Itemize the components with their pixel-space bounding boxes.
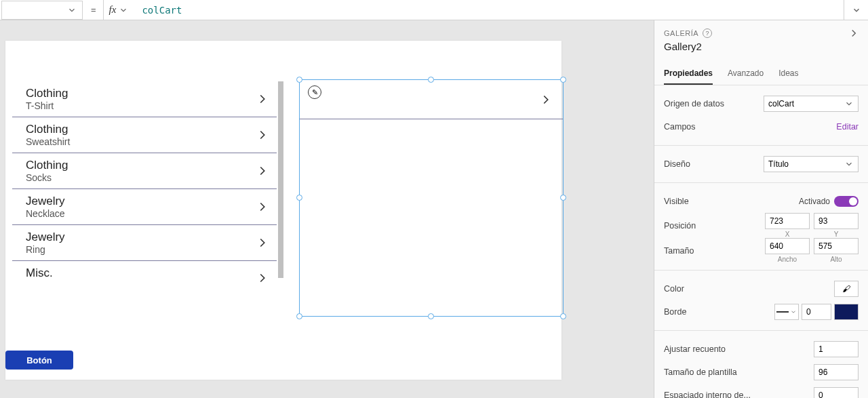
tab-advanced[interactable]: Avanzado — [728, 63, 764, 85]
list-item[interactable]: Jewelry Ring — [12, 225, 277, 261]
chevron-right-icon[interactable] — [255, 199, 270, 214]
position-x-input[interactable] — [765, 213, 810, 229]
chevron-right-icon[interactable] — [255, 92, 270, 106]
chevron-right-icon[interactable] — [538, 92, 553, 107]
resize-handle[interactable] — [560, 313, 566, 319]
padding-input[interactable] — [814, 387, 859, 398]
item-title: Misc. — [26, 266, 250, 280]
gallery-template-row[interactable]: ✎ — [300, 80, 563, 119]
paint-icon: 🖌 — [842, 284, 850, 294]
properties-panel: GALERÍA ? Gallery2 Propiedades Avanzado … — [654, 20, 868, 398]
resize-handle[interactable] — [428, 313, 434, 319]
item-title: Clothing — [26, 159, 250, 172]
gallery2-selected[interactable]: ✎ — [299, 79, 564, 317]
item-title: Jewelry — [26, 195, 250, 208]
tab-properties[interactable]: Propiedades — [664, 63, 713, 85]
item-subtitle: Ring — [26, 244, 250, 255]
y-sublabel: Y — [834, 231, 839, 238]
equals-sign: = — [84, 5, 103, 15]
chevron-right-icon[interactable] — [255, 127, 270, 142]
chevron-right-icon[interactable] — [255, 271, 270, 285]
list-item[interactable]: Misc. — [12, 261, 277, 285]
x-sublabel: X — [785, 231, 790, 238]
scrollbar[interactable] — [278, 81, 283, 278]
wrap-count-input[interactable] — [814, 341, 859, 357]
chevron-right-icon[interactable] — [255, 163, 270, 178]
fields-label: Campos — [664, 122, 696, 132]
chevron-down-icon — [844, 159, 854, 169]
control-type-label: GALERÍA ? — [664, 28, 859, 38]
position-label: Posición — [664, 221, 696, 231]
tab-ideas[interactable]: Ideas — [778, 63, 798, 85]
layout-label: Diseño — [664, 159, 690, 169]
item-title: Jewelry — [26, 231, 250, 244]
chevron-down-icon — [852, 5, 861, 15]
gallery1[interactable]: Clothing T-Shirt Clothing Sweatshirt Clo… — [12, 81, 277, 319]
panel-tabs: Propiedades Avanzado Ideas — [654, 63, 868, 85]
resize-handle[interactable] — [296, 195, 302, 201]
item-title: Clothing — [26, 87, 250, 100]
list-item[interactable]: Clothing Sweatshirt — [12, 117, 277, 153]
control-name[interactable]: Gallery2 — [664, 41, 859, 52]
template-size-label: Tamaño de plantilla — [664, 367, 737, 377]
resize-handle[interactable] — [560, 195, 566, 201]
item-subtitle: Sweatshirt — [26, 136, 250, 147]
color-picker[interactable]: 🖌 — [834, 281, 859, 297]
chevron-right-icon[interactable] — [848, 27, 860, 39]
item-title: Clothing — [26, 123, 250, 136]
chevron-down-icon — [790, 309, 797, 315]
size-height-input[interactable] — [814, 238, 859, 254]
list-item[interactable]: Clothing Socks — [12, 153, 277, 189]
color-label: Color — [664, 284, 684, 294]
height-sublabel: Alto — [830, 256, 842, 263]
fx-selector[interactable]: fx — [103, 0, 134, 20]
template-size-input[interactable] — [814, 364, 859, 380]
formula-input[interactable] — [134, 0, 844, 20]
chevron-down-icon — [119, 5, 128, 15]
size-width-input[interactable] — [765, 238, 810, 254]
item-subtitle: T-Shirt — [26, 100, 250, 111]
size-label: Tamaño — [664, 246, 694, 256]
datasource-label: Origen de datos — [664, 99, 724, 108]
chevron-down-icon — [67, 5, 77, 15]
app-canvas[interactable]: Clothing T-Shirt Clothing Sweatshirt Clo… — [5, 41, 561, 380]
visible-state: Activado — [799, 197, 830, 206]
formula-expand-button[interactable] — [844, 0, 868, 20]
padding-label: Espaciado interno de... — [664, 391, 751, 398]
item-subtitle: Necklace — [26, 208, 250, 219]
wrap-label: Ajustar recuento — [664, 344, 726, 354]
list-item[interactable]: Jewelry Necklace — [12, 189, 277, 225]
width-sublabel: Ancho — [778, 256, 797, 263]
fields-edit-link[interactable]: Editar — [836, 122, 859, 132]
chevron-down-icon — [844, 99, 854, 108]
item-subtitle: Socks — [26, 172, 250, 183]
fx-label: fx — [109, 4, 117, 16]
pencil-icon[interactable]: ✎ — [308, 85, 321, 99]
position-y-input[interactable] — [814, 213, 859, 229]
canvas-area: Clothing T-Shirt Clothing Sweatshirt Clo… — [0, 20, 654, 398]
border-style-select[interactable] — [774, 304, 799, 320]
layout-select[interactable]: Título — [764, 156, 859, 172]
list-item[interactable]: Clothing T-Shirt — [12, 81, 277, 117]
formula-bar: = fx — [0, 0, 868, 20]
visible-label: Visible — [664, 197, 689, 206]
chevron-right-icon[interactable] — [255, 235, 270, 250]
border-label: Borde — [664, 307, 686, 317]
resize-handle[interactable] — [296, 313, 302, 319]
property-dropdown[interactable] — [1, 1, 83, 20]
help-icon[interactable]: ? — [703, 28, 712, 38]
visible-toggle[interactable] — [834, 196, 859, 207]
boton-button[interactable]: Botón — [5, 351, 73, 370]
datasource-select[interactable]: colCart — [764, 96, 859, 112]
border-color-picker[interactable] — [834, 304, 859, 320]
border-width-input[interactable] — [802, 304, 831, 320]
